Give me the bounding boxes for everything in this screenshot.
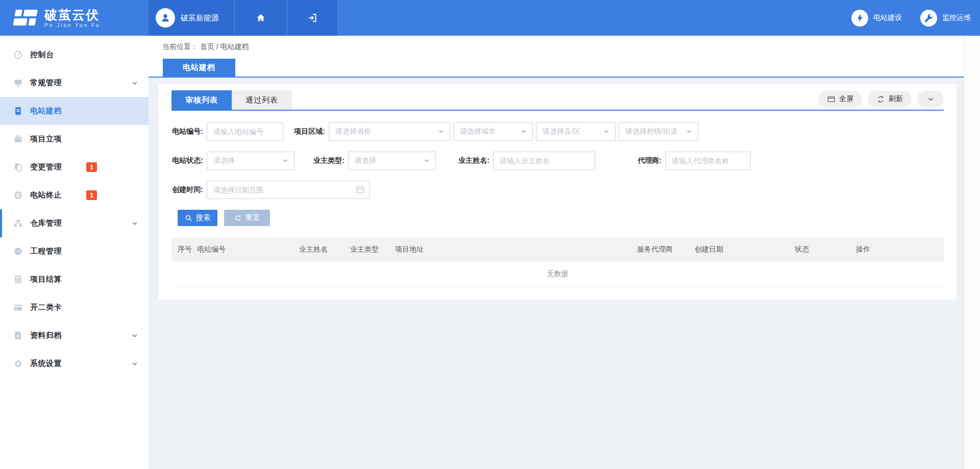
page-tab-station-filing[interactable]: 电站建档	[163, 59, 235, 77]
chevron-down-icon	[131, 360, 138, 369]
sidebar-item-warehouse-management[interactable]: 仓库管理	[0, 209, 149, 237]
sitemap-icon	[13, 218, 23, 229]
archive-file-icon	[13, 331, 23, 341]
sidebar: 控制台 常规管理 电站建档 项目立项	[0, 36, 149, 469]
fullscreen-button[interactable]: 全屏	[818, 91, 862, 107]
col-index: 序号	[178, 245, 197, 254]
nav-label: 电站建设	[873, 13, 902, 22]
table-header-row: 序号 电站编号 业主姓名 业主类型 项目地址 服务代理商 创建日期 状态 操作	[172, 238, 944, 261]
calendar-icon	[355, 185, 365, 196]
sidebar-item-data-archive[interactable]: 资料归档	[0, 322, 149, 350]
logout-icon	[307, 13, 318, 23]
col-service-agent: 服务代理商	[637, 245, 695, 254]
sidebar-item-station-filing[interactable]: 电站建档	[0, 97, 149, 125]
gear-icon	[13, 359, 23, 369]
chevron-down-icon	[927, 95, 935, 103]
brand-logo-icon	[13, 9, 39, 27]
owner-type-select[interactable]: 请选择	[348, 152, 436, 170]
pages-icon	[13, 162, 23, 172]
sidebar-item-label: 系统设置	[30, 359, 62, 368]
town-select[interactable]: 请选择村镇/街道	[619, 122, 698, 141]
tab-passed-list[interactable]: 通过列表	[232, 90, 292, 110]
sidebar-item-label: 工程管理	[30, 246, 62, 256]
logout-button[interactable]	[287, 0, 338, 36]
panel-actions: 全屏 刷新	[818, 91, 944, 107]
home-button[interactable]	[235, 0, 287, 36]
caret-down-icon	[283, 160, 288, 165]
station-no-label: 电站编号:	[172, 127, 203, 136]
sidebar-item-project-initiation[interactable]: 项目立项	[0, 125, 149, 153]
nav-monitoring-ops[interactable]: 监控运维	[920, 10, 971, 27]
col-owner-type: 业主类型	[350, 245, 395, 254]
caret-down-icon	[687, 131, 692, 136]
sidebar-item-label: 控制台	[30, 50, 54, 60]
document-icon	[13, 106, 23, 116]
collapse-button[interactable]	[917, 91, 944, 107]
station-status-select[interactable]: 请选择	[207, 152, 295, 170]
sidebar-item-change-management[interactable]: 变更管理 1	[0, 153, 149, 181]
sidebar-item-general-management[interactable]: 常规管理	[0, 69, 149, 97]
sidebar-item-station-termination[interactable]: 电站终止 1	[0, 181, 149, 209]
sidebar-item-label: 仓库管理	[30, 218, 62, 228]
sidebar-item-engineering-management[interactable]: 工程管理	[0, 237, 149, 265]
sidebar-item-label: 开二类卡	[30, 303, 62, 312]
city-select[interactable]: 请选择城市	[453, 122, 533, 141]
owner-name-input[interactable]	[493, 152, 595, 170]
brand-logo: 破茧云伏 Po Jian Yun Fu	[0, 0, 149, 36]
panel-card: 审核列表 通过列表 全屏 刷新	[159, 84, 957, 300]
breadcrumb-path: 首页 / 电站建档	[200, 42, 249, 51]
home-icon	[255, 13, 266, 23]
date-range-picker[interactable]	[207, 181, 370, 199]
header-nav-group: 破茧新能源	[149, 0, 338, 36]
breadcrumb: 当前位置： 首页 / 电站建档	[162, 42, 249, 52]
caret-down-icon	[521, 131, 526, 136]
brand-title: 破茧云伏	[44, 8, 101, 21]
sidebar-item-label: 电站终止	[30, 190, 62, 200]
search-icon	[185, 214, 192, 222]
date-range-input[interactable]	[207, 181, 370, 199]
owner-type-label: 业主类型:	[313, 156, 345, 165]
county-select[interactable]: 请选择县/区	[536, 122, 616, 141]
sidebar-item-console[interactable]: 控制台	[0, 41, 149, 69]
sidebar-item-project-settlement[interactable]: 项目结算	[0, 265, 149, 293]
main-area: 当前位置： 首页 / 电站建档 电站建档 审核列表 通过列表 全屏	[149, 36, 964, 469]
reset-button[interactable]: 重置	[224, 210, 270, 226]
refresh-label: 刷新	[889, 94, 903, 104]
station-no-input[interactable]	[207, 122, 283, 141]
gauge-icon	[13, 50, 23, 60]
tab-review-list[interactable]: 审核列表	[172, 90, 232, 110]
search-button[interactable]: 搜索	[178, 210, 217, 226]
breadcrumb-prefix: 当前位置：	[162, 42, 198, 51]
caret-down-icon	[438, 131, 444, 136]
user-icon	[160, 12, 171, 23]
fullscreen-icon	[827, 95, 836, 104]
page-scrollbar[interactable]	[964, 36, 980, 469]
dial-icon	[13, 246, 23, 257]
sidebar-item-label: 项目结算	[30, 275, 62, 284]
nav-station-construction[interactable]: 电站建设	[851, 10, 902, 27]
owner-name-label: 业主姓名:	[458, 156, 489, 165]
filter-row-2: 电站状态: 请选择 业主类型: 请选择 业主姓名: 代理商:	[172, 152, 944, 170]
refresh-button[interactable]: 刷新	[868, 91, 912, 107]
header-spacer	[338, 0, 833, 36]
sidebar-item-system-settings[interactable]: 系统设置	[0, 350, 149, 378]
caret-down-icon	[424, 160, 429, 165]
station-status-label: 电站状态:	[172, 156, 203, 165]
user-menu[interactable]: 破茧新能源	[149, 0, 235, 36]
nav-label: 监控运维	[942, 13, 971, 22]
agent-input[interactable]	[665, 152, 751, 170]
brand-subtitle: Po Jian Yun Fu	[44, 22, 101, 28]
sidebar-item-label: 资料归档	[30, 331, 62, 340]
page-topbar: 当前位置： 首页 / 电站建档 电站建档	[149, 36, 964, 78]
card-icon	[13, 303, 23, 313]
province-select[interactable]: 请选择省份	[329, 122, 450, 141]
col-status: 状态	[795, 245, 856, 254]
circle-dot-icon	[13, 190, 23, 201]
filter-row-1: 电站编号: 项目区域: 请选择省份 请选择城市 请选择县/区	[172, 122, 944, 141]
sidebar-item-type2-card[interactable]: 开二类卡	[0, 293, 149, 322]
status-badge: 1	[86, 162, 97, 172]
status-badge: 1	[86, 190, 97, 200]
briefcase-icon	[13, 134, 23, 144]
caret-down-icon	[604, 131, 609, 136]
reset-icon	[234, 214, 242, 222]
